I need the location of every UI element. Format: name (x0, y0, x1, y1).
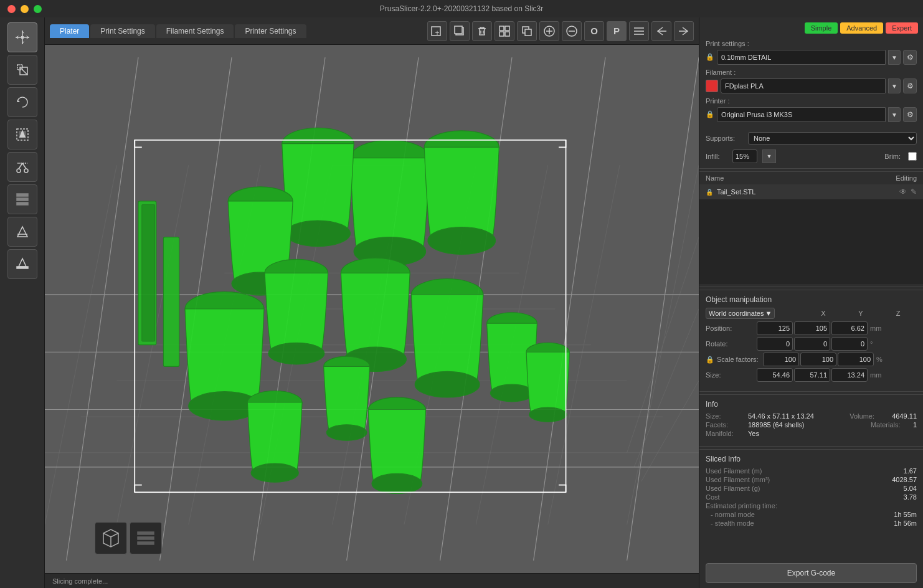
svg-point-96 (415, 371, 480, 397)
close-button[interactable] (7, 5, 16, 13)
add-instance-button[interactable] (539, 21, 559, 41)
editing-header: Editing (896, 174, 917, 182)
tab-filament-settings[interactable]: Filament Settings (156, 24, 234, 38)
layer-tool-button[interactable] (7, 184, 37, 214)
layer-view-button[interactable] (629, 21, 649, 41)
size-z-input[interactable] (831, 368, 868, 382)
scale-y-input[interactable] (800, 353, 836, 366)
position-x-input[interactable] (757, 321, 793, 335)
size-y-input[interactable] (794, 368, 830, 382)
info-manifold-row: Manifold: Yes (706, 430, 917, 437)
layer-preview-button[interactable] (130, 522, 162, 554)
arrange-button[interactable] (495, 21, 514, 41)
brim-checkbox[interactable] (908, 152, 917, 161)
main-layout: Plater Print Settings Filament Settings … (0, 17, 923, 588)
info-manifold-key: Manifold: (706, 430, 743, 437)
filament-mm3-label: Used Filament (mm³) (706, 476, 770, 483)
svg-point-98 (490, 384, 533, 402)
printer-input[interactable] (717, 107, 886, 122)
info-facets-val: 188985 (64 shells) (748, 421, 805, 429)
scale-tool-button[interactable] (7, 55, 37, 85)
filament-input[interactable] (721, 78, 886, 93)
info-facets-key: Facets: (706, 421, 743, 429)
object-list-empty-area (699, 222, 923, 284)
print-profile-input[interactable] (717, 50, 886, 65)
svg-line-9 (21, 68, 27, 75)
filament-m-val: 1.67 (904, 467, 917, 475)
copy-count-button[interactable] (517, 21, 537, 41)
rotate-unit: ° (869, 340, 884, 348)
export-gcode-button[interactable]: Export G-code (706, 563, 917, 583)
rotate-y-input[interactable] (794, 337, 830, 351)
paint-tool-button[interactable] (7, 217, 37, 247)
supports-select[interactable]: None Support on build plate only Everywh… (748, 132, 917, 145)
print-profile-gear-button[interactable]: ⚙ (903, 50, 917, 65)
viewport[interactable] (45, 45, 699, 573)
svg-rect-35 (505, 32, 509, 36)
svg-point-86 (428, 227, 495, 254)
tab-print-settings[interactable]: Print Settings (90, 24, 154, 38)
cut-tool-button[interactable] (7, 152, 37, 182)
position-z-input[interactable] (831, 321, 868, 335)
rotate-tool-button[interactable] (7, 87, 37, 117)
object-list-item[interactable]: 🔒 Tail_Set.STL 👁 ✎ (699, 184, 923, 199)
svg-rect-34 (499, 32, 504, 36)
filament-color-box[interactable] (706, 80, 718, 92)
tab-plater[interactable]: Plater (50, 24, 89, 38)
scale-lock-icon[interactable]: 🔒 (706, 356, 716, 364)
svg-point-102 (326, 425, 367, 440)
print-settings-label: Print settings : (706, 40, 917, 47)
svg-point-84 (286, 220, 351, 247)
object-list: 🔒 Tail_Set.STL 👁 ✎ (699, 184, 923, 222)
infill-dropdown-button[interactable]: ▼ (762, 149, 776, 163)
undo-button[interactable] (651, 21, 671, 41)
used-filament-m-row: Used Filament (m) 1.67 (706, 467, 917, 475)
position-y-input[interactable] (794, 321, 830, 335)
advanced-mode-button[interactable]: Advanced (840, 22, 883, 34)
delete-button[interactable] (472, 21, 492, 41)
p-button[interactable]: P (607, 21, 627, 41)
svg-line-112 (103, 533, 111, 537)
minimize-button[interactable] (21, 5, 29, 13)
scale-x-input[interactable] (763, 353, 799, 366)
filament-row: ▼ ⚙ (706, 78, 917, 93)
tab-printer-settings[interactable]: Printer Settings (235, 24, 306, 38)
print-profile-dropdown-button[interactable]: ▼ (888, 50, 901, 65)
add-object-button[interactable]: + (427, 21, 447, 41)
filament-gear-button[interactable]: ⚙ (903, 78, 917, 93)
select-tool-button[interactable] (7, 120, 37, 149)
copy-button[interactable] (450, 21, 470, 41)
x-header: X (805, 310, 842, 317)
scale-label: Scale factors: (717, 356, 762, 363)
svg-point-15 (24, 169, 28, 173)
maximize-button[interactable] (34, 5, 42, 13)
filament-dropdown-button[interactable]: ▼ (888, 78, 901, 93)
printer-gear-button[interactable]: ⚙ (903, 107, 917, 122)
world-coord-dropdown[interactable]: World coordinates ▼ (706, 308, 775, 319)
svg-rect-108 (142, 205, 155, 341)
move-tool-button[interactable] (7, 22, 37, 52)
simple-mode-button[interactable]: Simple (805, 22, 838, 34)
open-button[interactable]: O (584, 21, 604, 41)
eye-icon[interactable]: 👁 (899, 187, 907, 196)
edit-icon[interactable]: ✎ (911, 187, 917, 196)
svg-rect-115 (138, 532, 154, 534)
rotate-z-input[interactable] (831, 337, 868, 351)
svg-point-14 (17, 169, 21, 173)
position-label: Position: (706, 325, 755, 332)
remove-instance-button[interactable] (562, 21, 582, 41)
info-volume-key: Volume: (850, 412, 887, 420)
svg-rect-19 (17, 194, 28, 196)
infill-input[interactable] (732, 149, 757, 163)
flatten-tool-button[interactable] (7, 249, 37, 279)
printer-dropdown-button[interactable]: ▼ (888, 107, 901, 122)
expert-mode-button[interactable]: Expert (886, 22, 918, 34)
toolbar-icons: + (427, 21, 694, 41)
size-x-input[interactable] (757, 368, 793, 382)
redo-button[interactable] (674, 21, 694, 41)
scale-row: 🔒 Scale factors: % (706, 353, 917, 366)
window-controls (7, 5, 42, 13)
view-3d-button[interactable] (95, 522, 127, 554)
rotate-x-input[interactable] (757, 337, 793, 351)
scale-z-input[interactable] (838, 353, 874, 366)
